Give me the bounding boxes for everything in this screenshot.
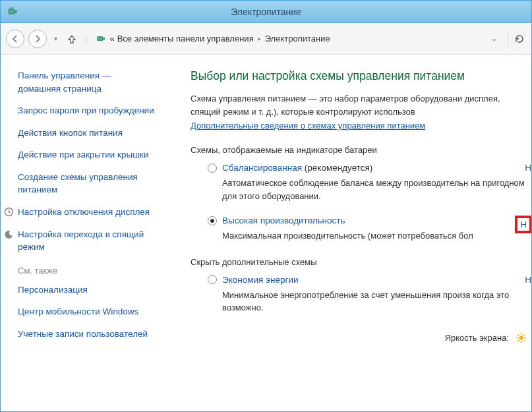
sidebar-link-display-off[interactable]: Настройка отключения дисплея [18,206,167,219]
plan-high-performance-settings-link[interactable]: Н [515,216,531,233]
radio-high-performance[interactable] [208,216,217,225]
plan-power-saver-desc: Минимальное энергопотребление за счет ум… [208,289,531,314]
up-button[interactable] [64,31,80,47]
see-also-label: См. также [18,266,167,276]
address-dropdown[interactable]: ⌄ [487,32,501,46]
plan-power-saver-settings-link[interactable]: Н [525,275,531,285]
sidebar-link-create-plan[interactable]: Создание схемы управления питанием [18,171,167,196]
breadcrumb-prefix: « [109,34,114,44]
svg-rect-2 [98,36,103,40]
plan-high-performance-name[interactable]: Высокая производительность [222,216,345,225]
window-title: Электропитание [26,7,506,17]
svg-rect-1 [15,11,16,13]
plan-high-performance-desc: Максимальная производительность (может п… [208,229,531,243]
sidebar-link-personalization[interactable]: Персонализация [18,283,167,297]
svg-line-13 [523,335,524,336]
titlebar: Электропитание [1,1,531,23]
svg-line-11 [523,340,524,341]
plan-high-performance: Высокая производительность Максимальная … [191,216,531,243]
plan-power-saver-name[interactable]: Экономия энергии [222,275,298,285]
brightness-row: Яркость экрана: [191,333,531,343]
sidebar-link-password[interactable]: Запрос пароля при пробуждении [18,104,167,117]
sidebar-link-sleep[interactable]: Настройка перехода в спящий режим [18,228,167,254]
brightness-label: Яркость экрана: [445,333,509,343]
svg-point-5 [519,336,523,340]
back-button[interactable] [6,30,24,48]
moon-icon [3,229,14,240]
refresh-button[interactable] [508,30,526,48]
page-description: Схема управления питанием — это набор па… [191,92,531,118]
sun-icon [516,333,526,343]
svg-line-12 [517,340,519,341]
separator: | [85,34,87,44]
radio-power-saver[interactable] [208,275,217,284]
history-dropdown[interactable]: ▾ [51,35,60,42]
sidebar-link-power-buttons[interactable]: Действия кнопок питания [18,127,167,140]
breadcrumb-level2[interactable]: Электропитание [265,34,330,44]
page-heading: Выбор или настройка схемы управления пит… [191,69,531,83]
power-options-icon [6,5,19,18]
breadcrumb[interactable]: « Все элементы панели управления ▸ Элект… [92,33,483,45]
plan-balanced-name[interactable]: Сбалансированная (рекомендуется) [222,163,372,173]
radio-balanced[interactable] [208,163,217,173]
main-panel: Выбор или настройка схемы управления пит… [176,55,531,411]
power-options-icon [95,33,107,45]
plan-balanced-settings-link[interactable]: Н [525,163,531,173]
svg-line-10 [517,335,519,336]
content-area: Панель управления — домашняя страница За… [1,55,531,411]
forward-button[interactable] [28,30,47,48]
section-hide-plans[interactable]: Скрыть дополнительные схемы [191,257,531,267]
plan-balanced-desc: Автоматическое соблюдение баланса между … [208,177,531,202]
svg-rect-3 [103,38,105,40]
section-battery-plans: Схемы, отображаемые на индикаторе батаре… [191,145,531,155]
control-panel-home-link[interactable]: Панель управления — домашняя страница [18,69,167,95]
sidebar-link-lid-close[interactable]: Действие при закрытии крышки [18,148,167,162]
plan-power-saver: Экономия энергии Минимальное энергопотре… [191,275,531,314]
svg-rect-0 [9,9,15,14]
more-info-link[interactable]: Дополнительные сведения о схемах управле… [191,121,425,131]
plan-balanced: Сбалансированная (рекомендуется) Автомат… [191,163,531,202]
sidebar-link-user-accounts[interactable]: Учетные записи пользователей [18,328,167,341]
clock-icon [3,207,14,218]
navbar: ▾ | « Все элементы панели управления ▸ Э… [1,23,531,55]
breadcrumb-level1[interactable]: Все элементы панели управления [117,34,254,44]
sidebar-link-mobility-center[interactable]: Центр мобильности Windows [18,305,167,318]
window: Электропитание ▾ | « Все элементы панели… [0,0,532,412]
sidebar: Панель управления — домашняя страница За… [1,55,176,411]
chevron-right-icon: ▸ [256,35,262,42]
